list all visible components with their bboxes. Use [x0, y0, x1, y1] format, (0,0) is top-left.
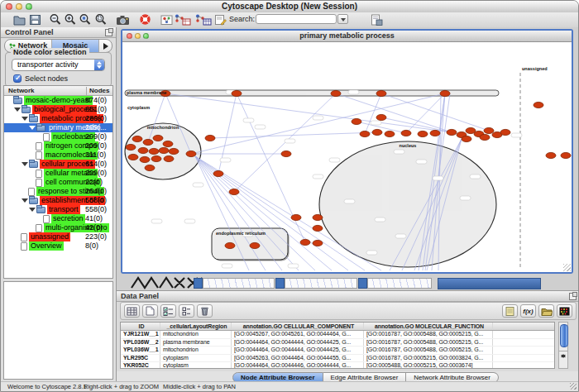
search-input[interactable]	[256, 14, 337, 24]
network-node[interactable]	[376, 114, 386, 120]
network-canvas[interactable]: plasma membranecytoplasmmitochondrionnuc…	[122, 42, 572, 272]
snapshot-icon[interactable]	[116, 13, 130, 26]
network-node[interactable]	[151, 155, 161, 161]
network-node[interactable]	[372, 129, 382, 135]
tree-item-mosaic-demo-yeast[interactable]: mosaic-demo-yeast874(0)	[4, 96, 112, 105]
table-row[interactable]: YLR295Ccytoplasm[GO:0045263, GO:0044464,…	[121, 355, 554, 363]
network-node[interactable]	[128, 154, 138, 160]
network-node[interactable]	[546, 152, 556, 158]
new-attribute-icon[interactable]	[142, 304, 158, 318]
window-fragment[interactable]	[438, 278, 541, 289]
network-node[interactable]	[313, 214, 323, 220]
tree-expander-icon[interactable]	[29, 208, 36, 212]
notes-icon[interactable]	[502, 304, 518, 318]
network-node[interactable]	[313, 225, 323, 231]
network-node[interactable]	[360, 131, 370, 136]
network-node[interactable]	[126, 144, 136, 150]
network-node[interactable]	[145, 165, 155, 170]
column-header[interactable]: _cellularLayoutRegion	[160, 323, 232, 330]
network-node[interactable]	[462, 136, 471, 141]
network-node[interactable]	[440, 90, 450, 96]
network-node[interactable]	[291, 214, 301, 220]
birds-eye-view[interactable]	[3, 281, 113, 380]
import-network-icon[interactable]	[173, 13, 193, 26]
column-header[interactable]: annotation.GO MOLECULAR_FUNCTION	[364, 323, 493, 330]
tree-item-cellular-metabo[interactable]: cellular metabo209(0)	[4, 169, 112, 178]
tab-overflow-button[interactable]	[99, 40, 112, 52]
table-row[interactable]: YPL036W__1mitochondrion[GO:0044464, GO:0…	[121, 347, 554, 355]
delete-attribute-icon[interactable]	[197, 304, 213, 318]
vizmapper-icon[interactable]	[160, 13, 174, 26]
network-node[interactable]	[500, 129, 510, 135]
select-attributes-icon[interactable]	[160, 304, 176, 318]
table-scrollbar[interactable]	[558, 322, 568, 369]
network-node[interactable]	[164, 155, 174, 161]
network-node[interactable]	[480, 134, 490, 140]
window-fragment[interactable]	[285, 278, 357, 289]
select-nodes-checkbox[interactable]	[13, 74, 22, 83]
network-node[interactable]	[169, 148, 179, 154]
network-node[interactable]	[143, 139, 153, 145]
zoom-fit-icon[interactable]	[93, 13, 108, 26]
import-table-icon[interactable]	[194, 13, 213, 26]
table-row[interactable]: YKR052Ccytoplasm[GO:0044464, GO:0044446,…	[121, 362, 554, 369]
network-node[interactable]	[132, 136, 142, 141]
tree-expander-icon[interactable]	[14, 108, 21, 112]
network-node[interactable]	[401, 130, 411, 136]
window-fragment[interactable]	[275, 278, 285, 289]
tree-item-establishment-of-lo[interactable]: establishment of lo558(0)	[4, 196, 112, 205]
tree-expander-icon[interactable]	[22, 198, 28, 203]
network-node[interactable]	[225, 242, 235, 248]
network-node[interactable]	[418, 131, 428, 136]
network-node[interactable]	[149, 148, 159, 154]
network-node[interactable]	[447, 129, 457, 135]
network-node[interactable]	[561, 152, 571, 158]
tree-item-nucleobase-[interactable]: nucleobase-209(0)	[4, 132, 112, 141]
zoom-selected-icon[interactable]	[78, 13, 92, 26]
tree-item-macromolecule[interactable]: macromolecule311(0)	[4, 151, 112, 160]
zoom-in-icon[interactable]	[63, 13, 77, 26]
network-node[interactable]	[163, 141, 173, 146]
tree-expander-icon[interactable]	[22, 117, 28, 121]
window-fragment[interactable]	[358, 278, 367, 289]
view-resize-grip[interactable]	[563, 264, 571, 271]
network-node[interactable]	[331, 90, 341, 96]
network-node[interactable]	[281, 151, 291, 156]
tree-expander-icon[interactable]	[29, 126, 36, 130]
tree-item-transport[interactable]: transport558(0)	[4, 205, 112, 214]
search-dropdown-icon[interactable]	[337, 14, 348, 24]
tree-item-primary-metabo[interactable]: primary metabo209(...	[4, 123, 112, 132]
network-node[interactable]	[352, 118, 361, 124]
table-row[interactable]: YPL036W__2plasma membrane[GO:0044464, GO…	[121, 339, 554, 347]
annotation-icon[interactable]	[213, 13, 227, 26]
network-node[interactable]	[430, 130, 440, 136]
network-node[interactable]	[186, 151, 196, 156]
attribute-list-icon[interactable]	[179, 304, 194, 318]
tree-expander-icon[interactable]	[22, 162, 28, 166]
network-node[interactable]	[229, 189, 239, 194]
open-icon[interactable]	[12, 13, 26, 26]
window-fragment[interactable]	[194, 278, 203, 289]
node-color-dropdown[interactable]: transporter activity	[12, 59, 105, 71]
tree-item-overview[interactable]: Overview8(0)	[4, 241, 112, 251]
heatmap-icon[interactable]	[557, 304, 572, 318]
tree-item-multi-organism-pro[interactable]: multi-organism pro42(0)	[4, 223, 112, 232]
tree-item-secretion[interactable]: secretion41(0)	[4, 214, 112, 223]
column-header[interactable]: ID	[121, 323, 160, 330]
network-node[interactable]	[213, 170, 223, 176]
tree-item-unassigned[interactable]: unassigned223(0)	[4, 232, 112, 241]
attribute-grid-icon[interactable]	[124, 304, 140, 318]
network-node[interactable]	[385, 131, 395, 136]
table-row[interactable]: YJR121W__1mitochondrion[GO:0045267, GO:0…	[121, 331, 554, 339]
window-fragment[interactable]	[367, 278, 432, 289]
network-node[interactable]	[232, 90, 242, 96]
window-resize-grip[interactable]	[570, 383, 577, 390]
network-node[interactable]	[153, 135, 163, 141]
network-node[interactable]	[140, 156, 150, 162]
network-node[interactable]	[484, 127, 494, 133]
help-icon[interactable]	[138, 13, 152, 26]
tree-item-cellular-process[interactable]: cellular process614(0)	[4, 160, 112, 169]
tree-item-metabolic-process[interactable]: metabolic process280(0)	[4, 114, 112, 123]
network-node[interactable]	[250, 242, 260, 248]
zoom-out-icon[interactable]	[48, 13, 62, 26]
